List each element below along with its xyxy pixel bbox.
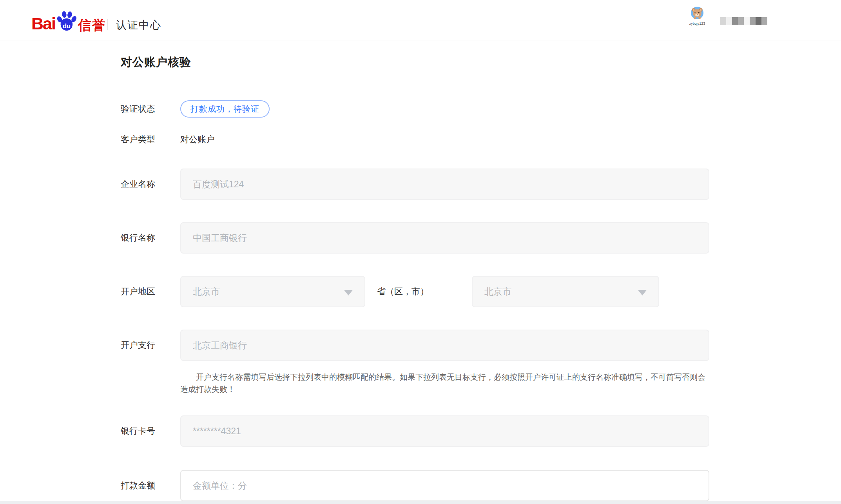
chevron-down-icon	[344, 290, 353, 296]
bear-avatar[interactable]	[691, 6, 704, 20]
bank-name-input[interactable]	[180, 222, 709, 254]
province-select-value: 北京市	[193, 286, 220, 298]
redacted-block	[744, 17, 750, 25]
branch-hint-text: 开户支行名称需填写后选择下拉列表中的模糊匹配的结果。如果下拉列表无目标支行，必须…	[180, 371, 710, 395]
header-divider	[107, 19, 108, 30]
user-menu[interactable]: zybqjy123	[688, 6, 706, 26]
payment-amount-input[interactable]	[180, 470, 709, 501]
card-number-label: 银行卡号	[121, 425, 180, 437]
portal-title: 认证中心	[116, 18, 161, 32]
city-select-value: 北京市	[484, 286, 511, 298]
city-select[interactable]: 北京市	[472, 276, 659, 307]
bank-name-label: 银行名称	[121, 232, 180, 244]
baidu-paw-icon: du	[56, 10, 77, 32]
redacted-block	[738, 17, 744, 25]
logo-bai-text: Bai	[31, 16, 55, 31]
row-card-number: 银行卡号	[121, 415, 709, 447]
account-region-label: 开户地区	[121, 286, 180, 297]
row-bank-name: 银行名称	[121, 222, 709, 254]
customer-type-value: 对公账户	[180, 134, 215, 145]
status-badge: 打款成功，待验证	[180, 100, 270, 118]
chevron-down-icon	[638, 290, 647, 296]
region-suffix-label: 省（区，市）	[377, 286, 429, 297]
redacted-block	[732, 17, 738, 25]
region-controls: 北京市 省（区，市） 北京市	[180, 276, 709, 307]
page-title: 对公账户核验	[121, 54, 191, 70]
row-payment-amount: 打款金额	[121, 470, 709, 501]
company-name-label: 企业名称	[121, 178, 180, 190]
branch-name-label: 开户支行	[121, 339, 180, 351]
customer-type-label: 客户类型	[121, 134, 180, 145]
province-select[interactable]: 北京市	[180, 276, 365, 307]
card-number-input[interactable]	[180, 415, 709, 447]
redacted-block	[750, 17, 756, 25]
viewport-bottom-strip	[0, 501, 841, 504]
redacted-block	[761, 17, 767, 25]
redacted-block	[756, 17, 761, 25]
row-account-region: 开户地区 北京市 省（区，市） 北京市	[121, 276, 709, 307]
logo-du-text: du	[63, 22, 71, 29]
username-label: zybqjy123	[688, 22, 706, 26]
row-verification-status: 验证状态 打款成功，待验证	[121, 100, 270, 118]
logo-xinyu-text: 信誉	[78, 19, 106, 31]
redacted-block	[726, 17, 732, 25]
baidu-xinyu-logo[interactable]: Bai du 信誉	[31, 6, 106, 31]
payment-amount-label: 打款金额	[121, 480, 180, 491]
company-name-input[interactable]	[180, 169, 709, 200]
row-branch-name: 开户支行	[121, 330, 709, 361]
branch-name-input[interactable]	[180, 330, 709, 361]
row-customer-type: 客户类型 对公账户	[121, 133, 215, 146]
app-header: Bai du 信誉 认证中心 zybqjy	[0, 0, 841, 40]
status-label: 验证状态	[121, 103, 180, 115]
redacted-user-info	[720, 17, 767, 25]
redacted-block	[720, 17, 726, 25]
row-company-name: 企业名称	[121, 169, 709, 200]
